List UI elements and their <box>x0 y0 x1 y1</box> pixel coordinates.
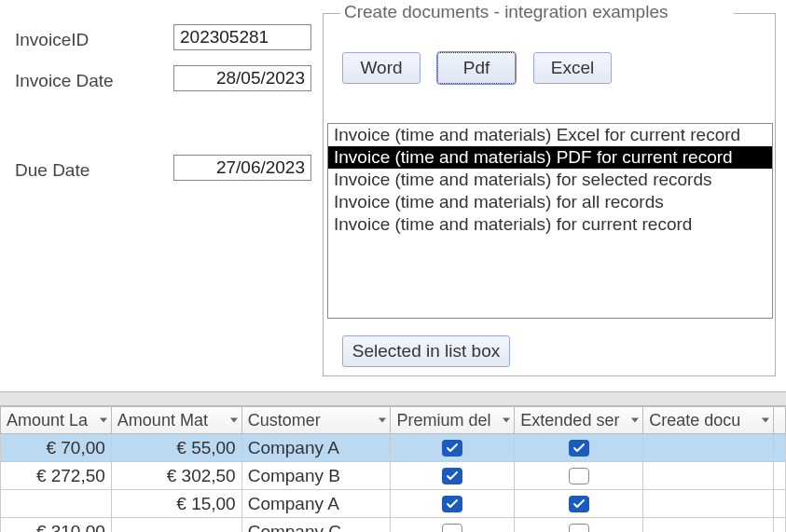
cell-amount-mat[interactable]: € 302,50 <box>112 462 242 490</box>
documents-listbox[interactable]: Invoice (time and materials) Excel for c… <box>327 123 773 319</box>
filter-dropdown-icon[interactable] <box>230 418 238 423</box>
column-header[interactable]: Extended ser <box>515 406 643 434</box>
table-row[interactable]: € 70,00€ 55,00Company A <box>0 434 786 462</box>
listbox-item[interactable]: Invoice (time and materials) PDF for cur… <box>328 146 772 169</box>
filter-dropdown-icon[interactable] <box>631 418 639 423</box>
datasheet: Amount LaAmount MatCustomerPremium delEx… <box>0 406 786 532</box>
checkbox[interactable] <box>569 496 589 512</box>
cell-create-docu[interactable] <box>643 490 774 518</box>
cell-partial <box>774 518 786 532</box>
checkbox[interactable] <box>569 440 589 457</box>
invoice-id-label: InvoiceID <box>15 30 89 50</box>
word-button[interactable]: Word <box>342 52 421 84</box>
column-header[interactable]: Amount La <box>0 406 112 434</box>
filter-dropdown-icon[interactable] <box>762 418 769 423</box>
filter-dropdown-icon[interactable] <box>379 418 386 423</box>
column-header[interactable]: Create docu <box>643 406 774 434</box>
cell-partial <box>774 490 786 518</box>
invoice-date-label: Invoice Date <box>15 71 114 91</box>
table-row[interactable]: € 272,50€ 302,50Company B <box>0 462 786 490</box>
column-header[interactable]: Amount Mat <box>112 406 242 434</box>
cell-amount-mat[interactable]: € 55,00 <box>112 434 242 462</box>
checkbox[interactable] <box>442 440 462 457</box>
cell-partial <box>774 462 786 490</box>
listbox-item[interactable]: Invoice (time and materials) Excel for c… <box>328 124 772 146</box>
panel-legend: Create documents - integration examples <box>340 2 671 22</box>
table-row[interactable]: € 310,00Company C <box>0 518 786 532</box>
checkbox[interactable] <box>569 468 589 484</box>
listbox-item[interactable]: Invoice (time and materials) for all rec… <box>328 191 772 213</box>
cell-amount-la[interactable]: € 310,00 <box>0 518 112 532</box>
listbox-item[interactable]: Invoice (time and materials) for selecte… <box>328 169 772 191</box>
due-date-input[interactable] <box>173 155 311 181</box>
cell-amount-mat[interactable]: € 15,00 <box>112 490 242 518</box>
cell-create-docu[interactable] <box>643 518 774 532</box>
cell-premium <box>391 490 515 518</box>
filter-dropdown-icon[interactable] <box>503 418 510 423</box>
listbox-item[interactable]: Invoice (time and materials) for current… <box>328 213 772 236</box>
cell-premium <box>391 462 515 490</box>
checkbox[interactable] <box>442 524 462 533</box>
cell-amount-mat[interactable] <box>112 518 242 532</box>
cell-extended <box>515 490 643 518</box>
selected-in-listbox-button[interactable]: Selected in list box <box>342 335 510 367</box>
cell-amount-la[interactable] <box>0 490 112 518</box>
cell-extended <box>515 434 643 462</box>
column-header-partial[interactable] <box>774 406 786 434</box>
checkbox[interactable] <box>442 468 462 484</box>
cell-amount-la[interactable]: € 272,50 <box>0 462 112 490</box>
column-header[interactable]: Premium del <box>391 406 515 434</box>
due-date-label: Due Date <box>15 160 90 181</box>
cell-create-docu[interactable] <box>643 434 774 462</box>
column-header[interactable]: Customer <box>242 406 392 434</box>
cell-extended <box>515 462 643 490</box>
create-documents-panel: Create documents - integration examples … <box>323 13 776 376</box>
datasheet-separator <box>0 391 786 406</box>
cell-amount-la[interactable]: € 70,00 <box>0 434 112 462</box>
cell-partial <box>774 434 786 462</box>
cell-extended <box>515 518 643 532</box>
invoice-id-input[interactable] <box>173 24 311 50</box>
pdf-button[interactable]: Pdf <box>437 52 516 84</box>
cell-premium <box>391 518 515 532</box>
filter-dropdown-icon[interactable] <box>100 418 107 423</box>
checkbox[interactable] <box>442 496 462 512</box>
checkbox[interactable] <box>569 524 589 533</box>
cell-customer[interactable]: Company C <box>242 518 392 532</box>
table-row[interactable]: € 15,00Company A <box>0 490 786 518</box>
cell-create-docu[interactable] <box>643 462 774 490</box>
cell-customer[interactable]: Company B <box>242 462 392 490</box>
cell-customer[interactable]: Company A <box>242 434 392 462</box>
cell-customer[interactable]: Company A <box>242 490 392 518</box>
invoice-date-input[interactable] <box>173 65 311 91</box>
cell-premium <box>391 434 515 462</box>
excel-button[interactable]: Excel <box>533 52 612 84</box>
